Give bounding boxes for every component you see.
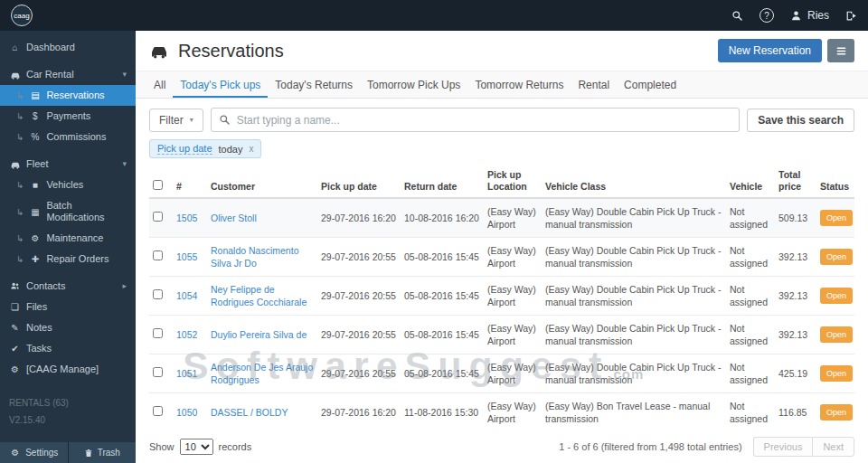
new-reservation-button[interactable]: New Reservation <box>718 39 822 62</box>
sidebar-item-fleet[interactable]: Fleet ▾ <box>0 154 136 175</box>
col-status[interactable]: Status <box>816 165 854 198</box>
frame: ⌂ Dashboard Car Rental ▾ ↳ ▤ Reservation… <box>0 31 868 463</box>
help-icon[interactable]: ? <box>760 8 774 23</box>
chip-label[interactable]: Pick up date <box>157 143 212 155</box>
sidebar-item-notes[interactable]: ✎ Notes <box>0 317 136 338</box>
search-input[interactable] <box>237 114 732 127</box>
table-row[interactable]: 1052 Duylio Pereira Silva de 29-07-2016 … <box>149 316 854 354</box>
sidebar-item-maintenance[interactable]: ↳ ⚙ Maintenance <box>0 228 136 249</box>
customer-link[interactable]: DASSEL / BOLDY <box>211 407 288 418</box>
row-checkbox[interactable] <box>153 367 163 377</box>
sidebar-item-caag-manage[interactable]: ⚙ [CAAG Manage] <box>0 359 136 380</box>
reservation-id-link[interactable]: 1051 <box>176 368 197 379</box>
tab-completed[interactable]: Completed <box>617 71 684 98</box>
col-customer[interactable]: Customer <box>207 165 317 198</box>
fleet-icon <box>9 159 21 170</box>
previous-button[interactable]: Previous <box>753 437 813 457</box>
status-badge[interactable]: Open <box>820 326 853 343</box>
tab-all[interactable]: All <box>146 71 173 98</box>
col-total-price[interactable]: Total price <box>775 165 816 198</box>
pickup-location: (Easy Way) Airport <box>484 354 542 393</box>
reservation-id-link[interactable]: 1050 <box>176 407 197 418</box>
row-checkbox[interactable] <box>153 406 163 416</box>
sidebar-item-batch-modifications[interactable]: ↳ ▦ Batch Modifications <box>0 195 136 228</box>
save-search-button[interactable]: Save this search <box>747 109 854 132</box>
sidebar-item-contacts[interactable]: Contacts ▸ <box>0 276 136 297</box>
tab-tomorrow-pick-ups[interactable]: Tomorrow Pick Ups <box>360 71 467 98</box>
vehicle-class: (Easy Way) Double Cabin Pick Up Truck - … <box>542 238 726 277</box>
sub-arrow-icon: ↳ <box>16 131 24 143</box>
chevron-down-icon: ▾ <box>190 116 193 124</box>
sidebar-nav: ⌂ Dashboard Car Rental ▾ ↳ ▤ Reservation… <box>0 31 136 429</box>
user-menu[interactable]: Ries <box>790 9 829 22</box>
customer-link[interactable]: Ney Felippe de Rodrigues Cocchiarale <box>211 284 307 307</box>
customer-link[interactable]: Duylio Pereira Silva de <box>211 329 307 340</box>
table-row[interactable]: 1050 DASSEL / BOLDY 29-07-2016 16:20 11-… <box>149 393 854 431</box>
sidebar-item-car-rental[interactable]: Car Rental ▾ <box>0 64 136 85</box>
col-vehicle-class[interactable]: Vehicle Class <box>542 165 726 198</box>
sidebar-item-payments[interactable]: ↳ $ Payments <box>0 106 136 127</box>
status-badge[interactable]: Open <box>820 288 853 304</box>
search-icon[interactable] <box>731 10 743 22</box>
sidebar-item-label: Vehicles <box>46 179 83 191</box>
total-price: 392.13 <box>775 277 816 316</box>
sidebar-item-repair-orders[interactable]: ↳ ✚ Repair Orders <box>0 249 136 269</box>
customer-link[interactable]: Anderson De Jes Araujo Rodgrigues <box>211 362 313 385</box>
settings-button[interactable]: ⚙ Settings <box>0 442 69 463</box>
col-vehicle[interactable]: Vehicle <box>726 165 775 198</box>
reservation-id-link[interactable]: 1052 <box>176 329 197 340</box>
vehicle-class: (Easy Way) Double Cabin Pick Up Truck - … <box>542 198 726 238</box>
table-row[interactable]: 1051 Anderson De Jes Araujo Rodgrigues 2… <box>149 354 854 393</box>
pickup-location: (Easy Way) Airport <box>484 238 542 277</box>
per-page-select[interactable]: 10 <box>180 439 213 455</box>
row-checkbox[interactable] <box>153 289 163 299</box>
sidebar-item-dashboard[interactable]: ⌂ Dashboard <box>0 37 136 58</box>
return-date: 11-08-2016 15:30 <box>401 393 484 431</box>
col-id[interactable]: # <box>173 165 207 198</box>
sign-out-icon[interactable] <box>845 10 857 22</box>
status-badge[interactable]: Open <box>820 210 853 226</box>
status-badge[interactable]: Open <box>820 249 853 265</box>
return-date: 05-08-2016 15:45 <box>401 354 484 393</box>
chevron-down-icon: ▾ <box>122 158 127 170</box>
sidebar-item-tasks[interactable]: ✔ Tasks <box>0 338 136 359</box>
tab-rental[interactable]: Rental <box>571 71 617 98</box>
table-row[interactable]: 1505 Oliver Stoll 29-07-2016 16:20 10-08… <box>149 198 854 238</box>
next-button[interactable]: Next <box>812 437 854 457</box>
reservation-id-link[interactable]: 1505 <box>176 213 197 223</box>
caag-logo[interactable]: caag <box>11 5 33 26</box>
status-badge[interactable]: Open <box>820 404 853 420</box>
tab-todays-pick-ups[interactable]: Today's Pick ups <box>173 71 268 98</box>
col-pickup-date[interactable]: Pick up date <box>317 165 401 198</box>
customer-link[interactable]: Ronaldo Nascimento Silva Jr Do <box>211 245 298 269</box>
reservation-id-link[interactable]: 1054 <box>176 290 197 301</box>
sidebar-item-vehicles[interactable]: ↳ ■ Vehicles <box>0 175 136 195</box>
contacts-icon <box>9 281 21 291</box>
sidebar-item-label: Repair Orders <box>46 253 108 265</box>
row-checkbox[interactable] <box>153 212 163 222</box>
col-pickup-location[interactable]: Pick up Location <box>484 165 542 198</box>
filter-chip: Pick up date today x <box>149 139 261 158</box>
commissions-icon: % <box>29 131 41 143</box>
col-return-date[interactable]: Return date <box>401 165 484 198</box>
table-row[interactable]: 1055 Ronaldo Nascimento Silva Jr Do 29-0… <box>149 238 854 277</box>
tab-tomorrow-returns[interactable]: Tomorrow Returns <box>467 71 571 98</box>
reservation-id-link[interactable]: 1055 <box>176 251 197 262</box>
chip-remove-icon[interactable]: x <box>249 144 253 154</box>
sidebar-item-reservations[interactable]: ↳ ▤ Reservations <box>0 85 136 106</box>
pickup-location: (Easy Way) Airport <box>484 393 542 431</box>
menu-button[interactable] <box>827 39 854 62</box>
select-all-checkbox[interactable] <box>153 180 163 190</box>
table-row[interactable]: 1054 Ney Felippe de Rodrigues Cocchiaral… <box>149 277 854 316</box>
sidebar-item-label: Dashboard <box>26 42 75 53</box>
trash-button[interactable]: Trash <box>69 442 137 463</box>
filter-button[interactable]: Filter ▾ <box>149 109 203 132</box>
row-checkbox[interactable] <box>153 328 163 338</box>
sidebar-item-files[interactable]: ❏ Files <box>0 297 136 317</box>
status-badge[interactable]: Open <box>820 365 853 382</box>
sidebar-item-commissions[interactable]: ↳ % Commissions <box>0 127 136 147</box>
tab-todays-returns[interactable]: Today's Returns <box>268 71 360 98</box>
sub-arrow-icon: ↳ <box>16 90 24 101</box>
customer-link[interactable]: Oliver Stoll <box>211 213 257 223</box>
row-checkbox[interactable] <box>153 250 163 260</box>
